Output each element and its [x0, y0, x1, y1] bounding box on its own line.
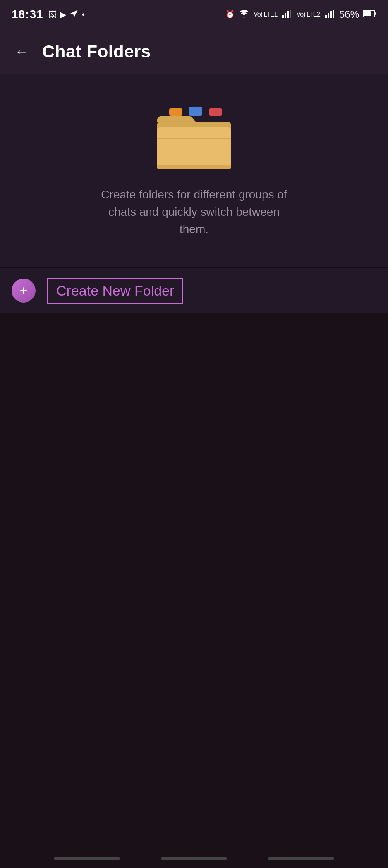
svg-rect-5	[325, 15, 327, 18]
wifi-icon	[239, 9, 249, 20]
folder-icon	[153, 99, 235, 174]
send-icon	[69, 9, 79, 20]
svg-rect-13	[169, 108, 182, 116]
youtube-icon: ▶	[60, 10, 66, 19]
status-bar: 18:31 🖼 ▶ • ⏰ Vo) LTE1	[0, 0, 388, 29]
create-folder-label: Create New Folder	[56, 283, 174, 298]
signal-lte1-icon: Vo) LTE1	[254, 11, 278, 18]
gallery-icon: 🖼	[48, 10, 57, 19]
svg-rect-8	[333, 10, 334, 18]
plus-circle-icon: +	[12, 279, 36, 303]
battery-icon	[363, 10, 376, 19]
back-arrow-icon: ←	[14, 44, 29, 59]
svg-rect-15	[209, 108, 222, 116]
status-left: 18:31 🖼 ▶ •	[12, 8, 85, 21]
page-title: Chat Folders	[42, 42, 151, 62]
status-time: 18:31	[12, 8, 43, 21]
empty-area	[0, 313, 388, 868]
svg-rect-6	[328, 13, 329, 18]
status-right: ⏰ Vo) LTE1 Vo) LTE2 56%	[225, 9, 376, 20]
create-folder-label-wrapper: Create New Folder	[47, 278, 183, 304]
back-button[interactable]: ←	[12, 41, 32, 62]
svg-point-0	[243, 16, 244, 17]
bottom-nav-hint	[0, 857, 388, 860]
illustration-description: Create folders for different groups of c…	[95, 186, 293, 238]
nav-line-right	[268, 857, 334, 860]
svg-rect-14	[189, 107, 202, 116]
signal-lte2-icon: Vo) LTE2	[296, 11, 320, 18]
signal-bars2-icon	[324, 10, 335, 20]
svg-rect-3	[287, 11, 289, 18]
illustration-area: Create folders for different groups of c…	[0, 74, 388, 267]
svg-rect-11	[375, 12, 376, 15]
svg-rect-16	[157, 127, 231, 169]
svg-rect-1	[282, 15, 284, 18]
plus-icon: +	[20, 284, 28, 297]
svg-rect-4	[290, 10, 291, 18]
svg-rect-7	[330, 11, 332, 18]
dot-icon: •	[82, 10, 85, 19]
status-left-icons: 🖼 ▶ •	[48, 9, 85, 20]
signal-bars1-icon	[281, 10, 292, 20]
header: ← Chat Folders	[0, 29, 388, 74]
nav-line-center	[161, 857, 227, 860]
svg-rect-18	[157, 165, 231, 169]
svg-rect-10	[364, 11, 371, 16]
nav-line-left	[54, 857, 120, 860]
battery-level: 56%	[339, 9, 359, 20]
create-new-folder-button[interactable]: + Create New Folder	[0, 268, 388, 313]
alarm-icon: ⏰	[225, 10, 235, 19]
svg-rect-2	[285, 13, 286, 18]
